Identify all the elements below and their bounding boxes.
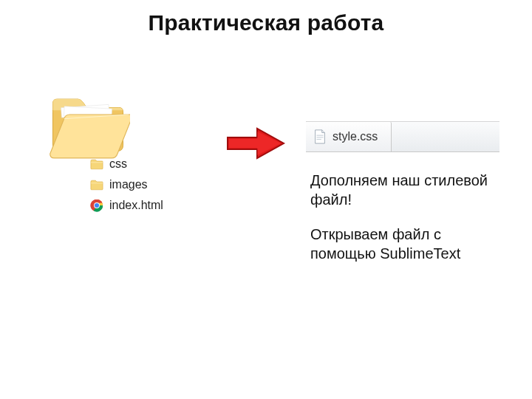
folder-label: css: [109, 157, 127, 171]
instruction-line-2: Открываем файл с помощью SublimeText: [310, 225, 502, 263]
page-title: Практическая работа: [0, 10, 532, 35]
tab-filename: style.css: [332, 130, 378, 143]
list-item: images: [90, 174, 204, 195]
open-folder-icon: [46, 95, 130, 163]
folder-label: images: [109, 178, 148, 191]
file-label: index.html: [109, 199, 163, 212]
tab-strip: style.css: [306, 121, 499, 152]
instruction-text: Дополняем наш стилевой файл! Открываем ф…: [310, 171, 502, 279]
file-list: css images: [90, 154, 204, 216]
slide: Практическая работа: [0, 0, 532, 399]
instruction-line-1: Дополняем наш стилевой файл!: [310, 171, 502, 209]
small-folder-icon: [90, 180, 103, 191]
folder-structure: css images: [49, 95, 204, 216]
svg-marker-6: [229, 132, 281, 155]
svg-point-4: [95, 203, 99, 208]
list-item: index.html: [90, 195, 204, 216]
chrome-icon: [90, 199, 103, 212]
document-icon: [313, 129, 327, 144]
small-folder-icon: [90, 159, 103, 170]
file-tab[interactable]: style.css: [306, 122, 392, 151]
red-arrow-icon: [226, 127, 285, 160]
